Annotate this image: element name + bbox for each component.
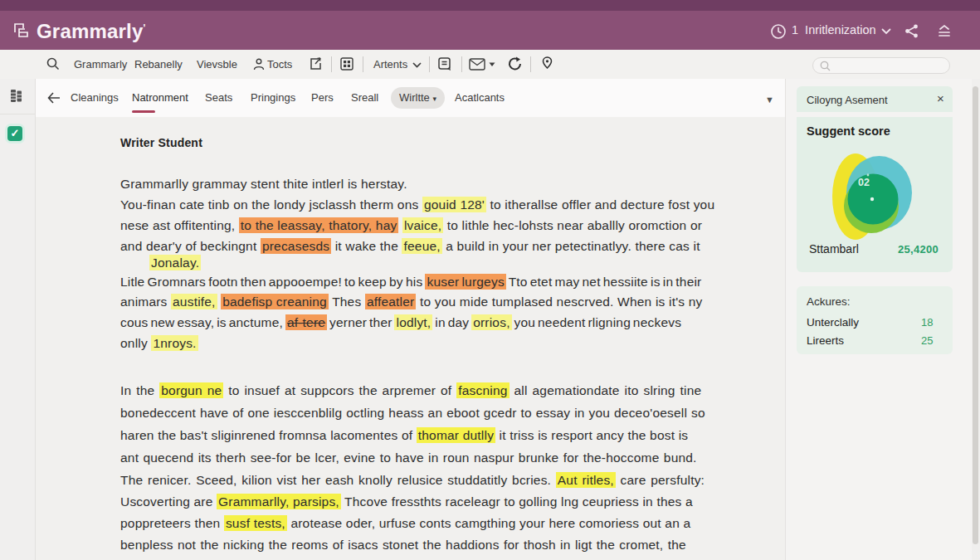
svg-text:02: 02	[858, 177, 870, 188]
